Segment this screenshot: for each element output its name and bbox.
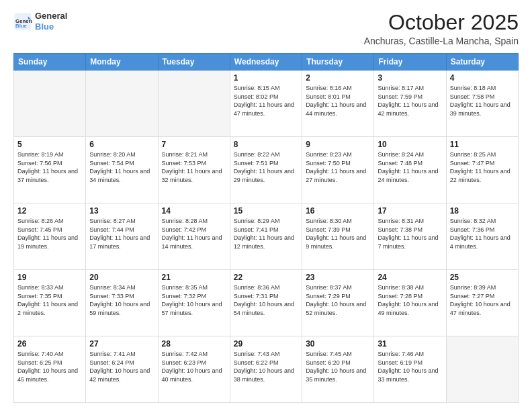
location: Anchuras, Castille-La Mancha, Spain <box>364 36 519 46</box>
day-info: Sunrise: 8:35 AM Sunset: 7:32 PM Dayligh… <box>162 283 226 317</box>
svg-text:Blue: Blue <box>15 23 28 29</box>
calendar-cell: 24Sunrise: 8:38 AM Sunset: 7:28 PM Dayli… <box>374 270 446 336</box>
calendar-cell: 26Sunrise: 7:40 AM Sunset: 6:25 PM Dayli… <box>14 336 86 403</box>
day-info: Sunrise: 8:24 AM Sunset: 7:48 PM Dayligh… <box>378 150 442 184</box>
day-number: 25 <box>450 273 515 282</box>
page: General Blue General Blue October 2025 A… <box>0 0 532 411</box>
calendar-cell: 29Sunrise: 7:43 AM Sunset: 6:22 PM Dayli… <box>230 336 302 403</box>
day-info: Sunrise: 8:20 AM Sunset: 7:54 PM Dayligh… <box>89 150 154 184</box>
day-info: Sunrise: 8:23 AM Sunset: 7:50 PM Dayligh… <box>306 150 370 184</box>
calendar-cell: 25Sunrise: 8:39 AM Sunset: 7:27 PM Dayli… <box>446 270 518 336</box>
calendar-cell: 5Sunrise: 8:19 AM Sunset: 7:56 PM Daylig… <box>14 137 86 203</box>
week-row-4: 26Sunrise: 7:40 AM Sunset: 6:25 PM Dayli… <box>14 336 519 403</box>
day-info: Sunrise: 8:27 AM Sunset: 7:44 PM Dayligh… <box>89 217 154 250</box>
day-number: 16 <box>306 206 370 216</box>
day-number: 9 <box>306 140 370 149</box>
calendar-cell: 8Sunrise: 8:22 AM Sunset: 7:51 PM Daylig… <box>230 137 302 203</box>
day-number: 17 <box>378 206 442 216</box>
day-info: Sunrise: 7:40 AM Sunset: 6:25 PM Dayligh… <box>17 350 82 383</box>
day-info: Sunrise: 8:39 AM Sunset: 7:27 PM Dayligh… <box>450 283 515 317</box>
calendar-cell: 17Sunrise: 8:31 AM Sunset: 7:38 PM Dayli… <box>374 203 446 270</box>
day-info: Sunrise: 8:33 AM Sunset: 7:35 PM Dayligh… <box>17 283 82 317</box>
header-saturday: Saturday <box>446 54 518 71</box>
day-number: 22 <box>234 273 298 282</box>
header-thursday: Thursday <box>302 54 374 71</box>
day-number: 27 <box>89 339 154 349</box>
calendar-cell: 15Sunrise: 8:29 AM Sunset: 7:41 PM Dayli… <box>230 203 302 270</box>
calendar-cell: 18Sunrise: 8:32 AM Sunset: 7:36 PM Dayli… <box>446 203 518 270</box>
calendar-cell: 20Sunrise: 8:34 AM Sunset: 7:33 PM Dayli… <box>86 270 158 336</box>
day-info: Sunrise: 8:26 AM Sunset: 7:45 PM Dayligh… <box>17 217 82 250</box>
day-number: 3 <box>378 73 442 83</box>
day-info: Sunrise: 8:15 AM Sunset: 8:02 PM Dayligh… <box>234 84 298 118</box>
calendar-cell: 6Sunrise: 8:20 AM Sunset: 7:54 PM Daylig… <box>86 137 158 203</box>
day-info: Sunrise: 8:21 AM Sunset: 7:53 PM Dayligh… <box>162 150 226 184</box>
day-number: 24 <box>378 273 442 282</box>
day-info: Sunrise: 8:38 AM Sunset: 7:28 PM Dayligh… <box>378 283 442 317</box>
day-info: Sunrise: 7:45 AM Sunset: 6:20 PM Dayligh… <box>306 350 370 383</box>
day-info: Sunrise: 8:37 AM Sunset: 7:29 PM Dayligh… <box>306 283 370 317</box>
day-number: 18 <box>450 206 515 216</box>
calendar-cell: 3Sunrise: 8:17 AM Sunset: 7:59 PM Daylig… <box>374 71 446 137</box>
calendar-cell: 9Sunrise: 8:23 AM Sunset: 7:50 PM Daylig… <box>302 137 374 203</box>
day-number: 4 <box>450 73 515 83</box>
day-number: 20 <box>89 273 154 282</box>
calendar-cell <box>14 71 86 137</box>
header-monday: Monday <box>86 54 158 71</box>
day-number: 6 <box>89 140 154 149</box>
weekday-header-row: Sunday Monday Tuesday Wednesday Thursday… <box>14 54 519 71</box>
calendar-table: Sunday Monday Tuesday Wednesday Thursday… <box>13 53 519 403</box>
day-info: Sunrise: 8:18 AM Sunset: 7:58 PM Dayligh… <box>450 84 515 118</box>
day-number: 30 <box>306 339 370 349</box>
day-number: 13 <box>89 206 154 216</box>
day-info: Sunrise: 7:46 AM Sunset: 6:19 PM Dayligh… <box>378 350 442 383</box>
day-number: 29 <box>234 339 298 349</box>
calendar-cell: 27Sunrise: 7:41 AM Sunset: 6:24 PM Dayli… <box>86 336 158 403</box>
title-block: October 2025 Anchuras, Castille-La Manch… <box>364 11 519 46</box>
calendar-cell: 11Sunrise: 8:25 AM Sunset: 7:47 PM Dayli… <box>446 137 518 203</box>
day-number: 21 <box>162 273 226 282</box>
day-number: 2 <box>306 73 370 83</box>
day-number: 31 <box>378 339 442 349</box>
calendar-cell: 7Sunrise: 8:21 AM Sunset: 7:53 PM Daylig… <box>158 137 230 203</box>
day-info: Sunrise: 7:43 AM Sunset: 6:22 PM Dayligh… <box>234 350 298 383</box>
day-info: Sunrise: 8:28 AM Sunset: 7:42 PM Dayligh… <box>162 217 226 250</box>
logo-icon: General Blue <box>13 12 32 31</box>
day-info: Sunrise: 8:25 AM Sunset: 7:47 PM Dayligh… <box>450 150 515 184</box>
calendar-cell: 19Sunrise: 8:33 AM Sunset: 7:35 PM Dayli… <box>14 270 86 336</box>
calendar-cell: 13Sunrise: 8:27 AM Sunset: 7:44 PM Dayli… <box>86 203 158 270</box>
calendar-cell: 1Sunrise: 8:15 AM Sunset: 8:02 PM Daylig… <box>230 71 302 137</box>
calendar-cell <box>158 71 230 137</box>
day-info: Sunrise: 8:30 AM Sunset: 7:39 PM Dayligh… <box>306 217 370 250</box>
header-sunday: Sunday <box>14 54 86 71</box>
day-number: 26 <box>17 339 82 349</box>
logo-blue: Blue <box>35 21 67 32</box>
calendar-cell: 2Sunrise: 8:16 AM Sunset: 8:01 PM Daylig… <box>302 71 374 137</box>
day-info: Sunrise: 8:17 AM Sunset: 7:59 PM Dayligh… <box>378 84 442 118</box>
day-number: 11 <box>450 140 515 149</box>
day-info: Sunrise: 8:36 AM Sunset: 7:31 PM Dayligh… <box>234 283 298 317</box>
day-number: 5 <box>17 140 82 149</box>
calendar-cell: 16Sunrise: 8:30 AM Sunset: 7:39 PM Dayli… <box>302 203 374 270</box>
header-wednesday: Wednesday <box>230 54 302 71</box>
calendar-cell: 10Sunrise: 8:24 AM Sunset: 7:48 PM Dayli… <box>374 137 446 203</box>
calendar-cell: 23Sunrise: 8:37 AM Sunset: 7:29 PM Dayli… <box>302 270 374 336</box>
calendar-cell: 22Sunrise: 8:36 AM Sunset: 7:31 PM Dayli… <box>230 270 302 336</box>
week-row-3: 19Sunrise: 8:33 AM Sunset: 7:35 PM Dayli… <box>14 270 519 336</box>
header: General Blue General Blue October 2025 A… <box>13 11 519 46</box>
calendar-cell: 14Sunrise: 8:28 AM Sunset: 7:42 PM Dayli… <box>158 203 230 270</box>
calendar-cell: 30Sunrise: 7:45 AM Sunset: 6:20 PM Dayli… <box>302 336 374 403</box>
day-info: Sunrise: 8:32 AM Sunset: 7:36 PM Dayligh… <box>450 217 515 250</box>
logo: General Blue General Blue <box>13 11 67 32</box>
calendar-cell: 21Sunrise: 8:35 AM Sunset: 7:32 PM Dayli… <box>158 270 230 336</box>
calendar-cell: 4Sunrise: 8:18 AM Sunset: 7:58 PM Daylig… <box>446 71 518 137</box>
calendar-cell <box>446 336 518 403</box>
day-number: 1 <box>234 73 298 83</box>
calendar-cell: 28Sunrise: 7:42 AM Sunset: 6:23 PM Dayli… <box>158 336 230 403</box>
day-number: 28 <box>162 339 226 349</box>
day-info: Sunrise: 8:34 AM Sunset: 7:33 PM Dayligh… <box>89 283 154 317</box>
week-row-1: 5Sunrise: 8:19 AM Sunset: 7:56 PM Daylig… <box>14 137 519 203</box>
day-info: Sunrise: 8:16 AM Sunset: 8:01 PM Dayligh… <box>306 84 370 118</box>
day-number: 19 <box>17 273 82 282</box>
header-friday: Friday <box>374 54 446 71</box>
